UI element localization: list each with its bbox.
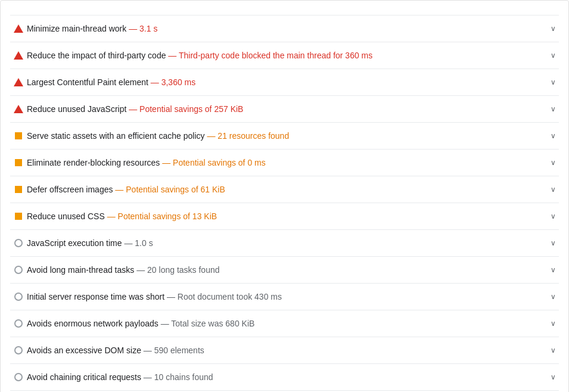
diagnostic-item-critical-requests[interactable]: Avoid chaining critical requests — 10 ch… <box>10 363 559 390</box>
chevron-down-icon: ∨ <box>547 212 559 220</box>
item-label: Initial server response time was short —… <box>27 292 540 301</box>
item-detail: — 3.1 s <box>126 24 157 33</box>
item-label: Reduce unused JavaScript — Potential sav… <box>27 104 540 114</box>
triangle-icon <box>14 105 23 113</box>
item-detail: — Third-party code blocked the main thre… <box>166 51 372 60</box>
item-label: Largest Contentful Paint element — 3,360… <box>27 77 540 87</box>
circle-icon <box>14 239 23 247</box>
diagnostic-item-cache-policy[interactable]: Serve static assets with an efficient ca… <box>10 122 559 149</box>
item-label: Minimize main-thread work — 3.1 s <box>27 24 540 33</box>
diagnostics-container: Minimize main-thread work — 3.1 s∨Reduce… <box>0 0 569 392</box>
item-label: Avoids enormous network payloads — Total… <box>27 319 540 328</box>
item-detail: — 21 resources found <box>205 131 290 141</box>
chevron-down-icon: ∨ <box>547 373 559 381</box>
chevron-down-icon: ∨ <box>547 158 559 167</box>
item-detail: — Root document took 430 ms <box>164 292 282 301</box>
item-label: Serve static assets with an efficient ca… <box>27 131 540 141</box>
diagnostic-item-long-main-thread[interactable]: Avoid long main-thread tasks — 20 long t… <box>10 256 559 283</box>
item-label: Avoid long main-thread tasks — 20 long t… <box>27 265 540 275</box>
chevron-down-icon: ∨ <box>547 185 559 194</box>
chevron-down-icon: ∨ <box>547 105 559 113</box>
chevron-down-icon: ∨ <box>547 78 559 86</box>
diagnostic-item-js-execution-time[interactable]: JavaScript execution time — 1.0 s∨ <box>10 229 559 256</box>
chevron-down-icon: ∨ <box>547 346 559 354</box>
circle-icon <box>14 293 23 301</box>
item-label: Eliminate render-blocking resources — Po… <box>27 158 540 167</box>
diagnostic-item-dom-size[interactable]: Avoids an excessive DOM size — 590 eleme… <box>10 337 559 363</box>
item-detail: — Potential savings of 61 KiB <box>113 185 225 194</box>
circle-icon <box>14 373 23 381</box>
circle-icon <box>14 346 23 354</box>
item-detail: — Potential savings of 257 KiB <box>126 104 243 114</box>
item-detail: — Potential savings of 0 ms <box>160 158 265 167</box>
chevron-down-icon: ∨ <box>547 24 559 33</box>
diagnostic-item-offscreen-images[interactable]: Defer offscreen images — Potential savin… <box>10 176 559 203</box>
item-label: JavaScript execution time — 1.0 s <box>27 238 540 248</box>
circle-icon <box>14 266 23 274</box>
chevron-down-icon: ∨ <box>547 293 559 301</box>
item-detail: — 1.0 s <box>122 238 153 248</box>
diagnostic-item-minimize-main-thread[interactable]: Minimize main-thread work — 3.1 s∨ <box>10 15 559 42</box>
item-label: Avoids an excessive DOM size — 590 eleme… <box>27 346 540 355</box>
diagnostic-item-third-party-code[interactable]: Reduce the impact of third-party code — … <box>10 42 559 69</box>
diagnostic-item-lcp-element[interactable]: Largest Contentful Paint element — 3,360… <box>10 69 559 95</box>
triangle-icon <box>14 51 23 60</box>
chevron-down-icon: ∨ <box>547 319 559 328</box>
item-detail: — 590 elements <box>141 346 204 355</box>
item-detail: — 3,360 ms <box>148 77 195 87</box>
triangle-icon <box>14 78 23 86</box>
section-title <box>10 8 559 15</box>
item-label: Avoid chaining critical requests — 10 ch… <box>27 372 540 382</box>
chevron-down-icon: ∨ <box>547 51 559 60</box>
item-detail: — 20 long tasks found <box>134 265 219 275</box>
item-detail: — Total size was 680 KiB <box>158 319 255 328</box>
chevron-down-icon: ∨ <box>547 239 559 247</box>
diagnostic-item-network-payloads[interactable]: Avoids enormous network payloads — Total… <box>10 310 559 337</box>
square-icon <box>15 186 22 193</box>
items-list: Minimize main-thread work — 3.1 s∨Reduce… <box>10 15 559 390</box>
triangle-icon <box>14 24 23 33</box>
diagnostic-item-server-response[interactable]: Initial server response time was short —… <box>10 283 559 310</box>
chevron-down-icon: ∨ <box>547 266 559 274</box>
chevron-down-icon: ∨ <box>547 132 559 140</box>
item-detail: — 10 chains found <box>141 372 213 382</box>
square-icon <box>15 159 22 166</box>
diagnostic-item-render-blocking[interactable]: Eliminate render-blocking resources — Po… <box>10 149 559 176</box>
item-label: Defer offscreen images — Potential savin… <box>27 185 540 194</box>
square-icon <box>15 213 22 220</box>
diagnostic-item-unused-javascript[interactable]: Reduce unused JavaScript — Potential sav… <box>10 95 559 122</box>
circle-icon <box>14 319 23 328</box>
item-detail: — Potential savings of 13 KiB <box>105 211 217 221</box>
item-label: Reduce the impact of third-party code — … <box>27 51 540 60</box>
square-icon <box>15 132 22 139</box>
item-label: Reduce unused CSS — Potential savings of… <box>27 211 540 221</box>
diagnostic-item-unused-css[interactable]: Reduce unused CSS — Potential savings of… <box>10 203 559 229</box>
